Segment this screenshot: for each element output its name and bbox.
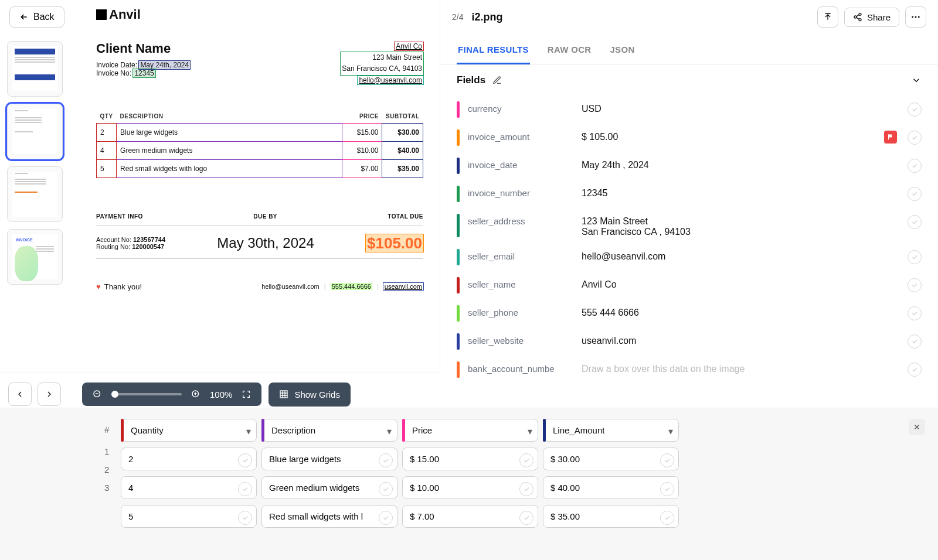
cell-approve-button[interactable] — [660, 482, 674, 496]
prev-page-button[interactable] — [8, 383, 32, 406]
cell-approve-button[interactable] — [379, 482, 393, 496]
brand: Anvil — [96, 7, 423, 22]
grid-column-header[interactable]: Description▾ — [261, 419, 397, 442]
tab-json[interactable]: JSON — [609, 40, 635, 64]
grid-column-header[interactable]: Quantity▾ — [121, 419, 257, 442]
grid-cell — [402, 448, 538, 470]
field-row[interactable]: invoice_number 12345 — [452, 180, 926, 208]
field-flag-badge[interactable] — [884, 131, 897, 144]
hl-company[interactable]: Anvil Co — [395, 42, 423, 50]
thumbnail-4[interactable]: INVOICE — [7, 229, 63, 285]
cell-approve-button[interactable] — [660, 511, 674, 525]
cell-approve-button[interactable] — [238, 453, 252, 467]
hl-phone[interactable]: 555.444.6666 — [331, 283, 372, 290]
tab-final-results[interactable]: FINAL RESULTS — [457, 40, 530, 64]
zoom-out-button[interactable] — [91, 388, 103, 400]
thumbnail-2[interactable] — [7, 104, 63, 159]
thumbnail-3[interactable] — [7, 166, 63, 222]
field-row[interactable]: invoice_amount $ 105.00 — [452, 124, 926, 152]
chevron-right-icon — [45, 390, 54, 399]
grid-cell-input[interactable] — [121, 448, 257, 470]
field-approve-button[interactable] — [908, 250, 922, 264]
hl-email[interactable]: hello@useanvil.com — [358, 76, 423, 84]
hl-invoice-no[interactable]: 12345 — [133, 69, 155, 77]
field-approve-button[interactable] — [908, 306, 922, 320]
grid-cell-input[interactable] — [261, 505, 397, 528]
field-row[interactable]: seller_address 123 Main StreetSan Franci… — [452, 208, 926, 243]
field-approve-button[interactable] — [908, 187, 922, 201]
cell-approve-button[interactable] — [238, 482, 252, 496]
grid-cell-input[interactable] — [261, 476, 397, 499]
grid-cell-input[interactable] — [543, 476, 679, 499]
field-approve-button[interactable] — [908, 103, 922, 117]
field-value: Anvil Co — [582, 277, 899, 290]
cell-approve-button[interactable] — [238, 511, 252, 525]
grid-column-header[interactable]: Price▾ — [402, 419, 538, 442]
field-value: Draw a box over this data on the image — [582, 361, 899, 374]
field-value: USD — [582, 101, 899, 114]
grid-cell — [543, 448, 679, 470]
next-page-button[interactable] — [38, 383, 61, 406]
grid-cell-input[interactable] — [543, 505, 679, 528]
table-row[interactable]: 5Red small widgets with logo$7.00$35.00 — [97, 159, 423, 177]
cell-approve-button[interactable] — [660, 453, 674, 467]
grid-cell-input[interactable] — [121, 476, 257, 499]
grid-cell-input[interactable] — [543, 448, 679, 470]
field-row[interactable]: seller_phone 555 444 6666 — [452, 299, 926, 327]
upload-icon — [823, 12, 832, 22]
heart-icon: ♥ — [96, 282, 101, 291]
more-menu-button[interactable] — [905, 6, 926, 28]
grid-cell-input[interactable] — [402, 505, 538, 528]
collapse-fields-button[interactable] — [911, 75, 922, 86]
upload-button[interactable] — [817, 6, 838, 28]
field-approve-button[interactable] — [908, 334, 922, 349]
payment-info: Account No: 123567744 Routing No: 120000… — [96, 236, 165, 250]
grid-cell-input[interactable] — [121, 505, 257, 528]
field-approve-button[interactable] — [908, 159, 922, 173]
field-approve-button[interactable] — [908, 363, 922, 377]
field-name: invoice_amount — [468, 129, 573, 142]
show-grids-button[interactable]: Show Grids — [269, 383, 351, 407]
edit-fields-button[interactable] — [492, 76, 502, 85]
field-name: bank_account_numbe — [468, 361, 573, 374]
cell-approve-button[interactable] — [519, 453, 533, 467]
fullscreen-button[interactable] — [240, 388, 252, 400]
close-icon — [913, 423, 921, 431]
hl-total[interactable]: $105.00 — [366, 234, 423, 252]
expand-icon — [242, 390, 251, 399]
close-grid-button[interactable] — [909, 419, 925, 435]
table-row[interactable]: 4Green medium widgets$10.00$40.00 — [97, 141, 423, 159]
field-value: 12345 — [582, 186, 899, 199]
field-row[interactable]: bank_account_numbe Draw a box over this … — [452, 356, 926, 384]
field-approve-button[interactable] — [908, 215, 922, 229]
field-row[interactable]: currency USD — [452, 95, 926, 124]
share-button[interactable]: Share — [844, 8, 899, 27]
tab-raw-ocr[interactable]: RAW OCR — [546, 40, 593, 64]
zoom-slider[interactable] — [111, 393, 182, 395]
grid-cell-input[interactable] — [261, 448, 397, 470]
hl-invoice-date[interactable]: May 24th, 2024 — [139, 61, 190, 69]
field-row[interactable]: invoice_date May 24th , 2024 — [452, 152, 926, 180]
cell-approve-button[interactable] — [519, 511, 533, 525]
grid-cell — [402, 476, 538, 499]
grid-cell-input[interactable] — [402, 448, 538, 470]
cell-approve-button[interactable] — [379, 511, 393, 525]
cell-approve-button[interactable] — [519, 482, 533, 496]
field-approve-button[interactable] — [908, 278, 922, 292]
grid-column-header[interactable]: Line_Amount▾ — [543, 419, 679, 442]
back-button[interactable]: Back — [9, 6, 64, 28]
field-color-bar — [457, 361, 460, 378]
thumbnail-1[interactable] — [7, 41, 63, 97]
hl-site[interactable]: useanvil.com — [383, 283, 423, 290]
field-row[interactable]: seller_name Anvil Co — [452, 271, 926, 299]
table-row[interactable]: 2Blue large widgets$15.00$30.00 — [97, 123, 423, 141]
field-row[interactable]: seller_email hello@useanvil.com — [452, 243, 926, 271]
field-color-bar — [457, 333, 460, 350]
svg-point-1 — [854, 16, 857, 18]
field-approve-button[interactable] — [908, 131, 922, 145]
hl-address[interactable]: 123 Main Street San Francisco CA, 94103 — [341, 52, 423, 74]
field-row[interactable]: seller_website useanvil.com — [452, 327, 926, 356]
grid-cell-input[interactable] — [402, 476, 538, 499]
zoom-in-button[interactable] — [190, 388, 202, 400]
cell-approve-button[interactable] — [379, 453, 393, 467]
